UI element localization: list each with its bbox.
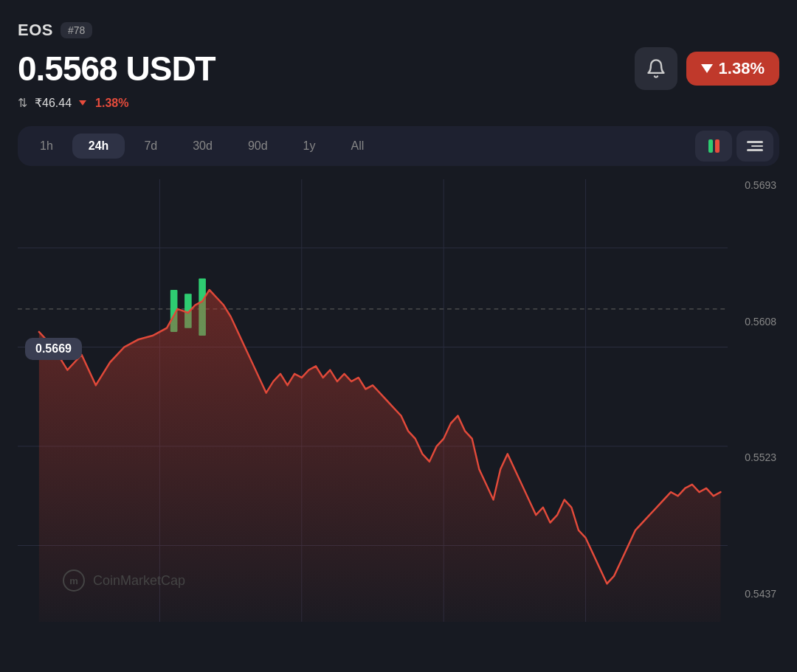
rank-badge: #78 <box>61 22 92 38</box>
price-label-3: 0.5523 <box>745 451 776 463</box>
tab-24h[interactable]: 24h <box>72 134 125 159</box>
price-main: 0.5568 USDT <box>18 49 215 89</box>
cmc-logo-icon: m <box>62 569 86 592</box>
price-label-bottom: 0.5437 <box>745 588 776 600</box>
bell-icon <box>646 58 666 79</box>
change-pct-value: 1.38% <box>719 59 765 78</box>
candlestick-icon <box>708 139 720 153</box>
inr-price: ₹46.44 <box>35 96 72 110</box>
tab-7d[interactable]: 7d <box>128 134 173 159</box>
tab-90d[interactable]: 90d <box>232 134 284 159</box>
filter-button[interactable] <box>736 131 773 162</box>
chart-type-button[interactable] <box>695 131 732 162</box>
svg-text:m: m <box>69 575 78 586</box>
watermark-text: CoinMarketCap <box>93 573 185 589</box>
chart-area: 0.5693 0.5608 0.5523 0.5437 <box>18 179 779 622</box>
price-label-2: 0.5608 <box>745 316 776 328</box>
change-badge: 1.38% <box>686 52 779 86</box>
watermark: m CoinMarketCap <box>62 569 185 592</box>
pct-arrow-icon <box>79 100 86 105</box>
swap-arrows-icon: ⇅ <box>18 96 27 110</box>
tab-1h[interactable]: 1h <box>24 134 69 159</box>
coin-name: EOS <box>18 21 53 40</box>
bell-button[interactable] <box>635 47 677 90</box>
price-labels: 0.5693 0.5608 0.5523 0.5437 <box>745 179 776 622</box>
price-chart-svg <box>18 179 728 622</box>
tab-30d[interactable]: 30d <box>176 134 229 159</box>
tab-all[interactable]: All <box>334 134 380 159</box>
filter-icon <box>747 141 763 151</box>
pct-change: 1.38% <box>95 97 128 110</box>
tabs-container: 1h 24h 7d 30d 90d 1y All <box>18 126 779 166</box>
arrow-down-icon <box>701 64 713 73</box>
price-label-top: 0.5693 <box>745 179 776 191</box>
tab-1y[interactable]: 1y <box>287 134 332 159</box>
